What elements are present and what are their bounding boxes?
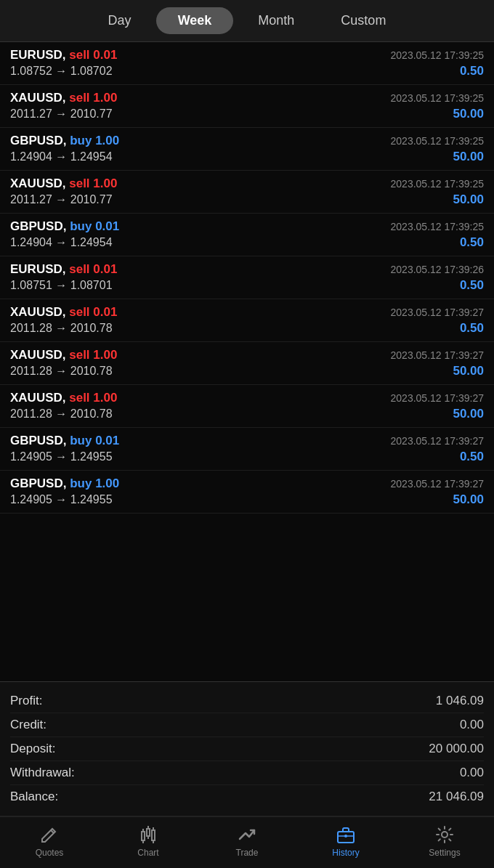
trade-symbol: XAUUSD, sell 1.00 (10, 391, 117, 405)
balance-label: Balance: (10, 790, 58, 804)
trade-datetime: 2023.05.12 17:39:25 (391, 221, 484, 232)
trade-row-bottom: 1.24905 → 1.249550.50 (10, 450, 484, 464)
history-icon (336, 824, 356, 845)
trade-action: sell 0.01 (69, 262, 117, 276)
nav-label: Chart (137, 848, 158, 858)
trade-price: 2011.27 → 2010.77 (10, 193, 113, 206)
nav-item-trade[interactable]: Trade (225, 824, 269, 858)
trade-entry: XAUUSD, sell 0.012023.05.12 17:39:272011… (0, 299, 494, 342)
trade-row-top: XAUUSD, sell 1.002023.05.12 17:39:27 (10, 391, 484, 405)
trade-row-bottom: 2011.27 → 2010.7750.00 (10, 192, 484, 207)
trade-entry: EURUSD, sell 0.012023.05.12 17:39:261.08… (0, 256, 494, 299)
trade-price: 1.08751 → 1.08701 (10, 279, 113, 292)
trade-action: buy 0.01 (70, 219, 119, 233)
withdrawal-value: 0.00 (460, 766, 484, 780)
trade-row-bottom: 2011.28 → 2010.780.50 (10, 321, 484, 336)
trade-price: 2011.27 → 2010.77 (10, 108, 113, 121)
tab-custom[interactable]: Custom (319, 7, 408, 34)
trade-action: sell 1.00 (69, 91, 117, 105)
svg-rect-6 (152, 830, 155, 840)
svg-point-10 (344, 835, 347, 837)
trade-datetime: 2023.05.12 17:39:25 (391, 92, 484, 104)
trade-datetime: 2023.05.12 17:39:27 (391, 307, 484, 318)
trade-profit: 50.00 (453, 364, 484, 378)
trade-row-top: GBPUSD, buy 1.002023.05.12 17:39:27 (10, 476, 484, 491)
svg-rect-0 (142, 832, 145, 840)
trade-row-top: XAUUSD, sell 1.002023.05.12 17:39:25 (10, 91, 484, 105)
trade-symbol: GBPUSD, buy 0.01 (10, 219, 119, 234)
trade-row-bottom: 2011.27 → 2010.7750.00 (10, 107, 484, 121)
trade-action: sell 1.00 (69, 348, 117, 362)
trade-row-bottom: 2011.28 → 2010.7850.00 (10, 407, 484, 421)
trade-list: EURUSD, sell 0.012023.05.12 17:39:251.08… (0, 42, 494, 681)
trade-row-top: XAUUSD, sell 1.002023.05.12 17:39:25 (10, 177, 484, 191)
trade-symbol: XAUUSD, sell 1.00 (10, 348, 117, 362)
trade-row-top: EURUSD, sell 0.012023.05.12 17:39:25 (10, 48, 484, 62)
trade-row-top: EURUSD, sell 0.012023.05.12 17:39:26 (10, 262, 484, 277)
profit-value: 1 046.09 (436, 694, 484, 708)
tab-bar: DayWeekMonthCustom (0, 0, 494, 42)
nav-item-settings[interactable]: Settings (423, 824, 466, 858)
trade-price: 1.24905 → 1.24955 (10, 493, 113, 506)
trade-price: 1.08752 → 1.08702 (10, 65, 113, 78)
trade-row-top: GBPUSD, buy 0.012023.05.12 17:39:25 (10, 219, 484, 234)
withdrawal-label: Withdrawal: (10, 766, 75, 780)
trade-datetime: 2023.05.12 17:39:27 (391, 478, 484, 490)
svg-rect-3 (147, 829, 150, 836)
nav-label: Quotes (36, 848, 64, 858)
trade-price: 1.24904 → 1.24954 (10, 236, 113, 249)
summary-section: Profit: 1 046.09 Credit: 0.00 Deposit: 2… (0, 681, 494, 816)
summary-balance-row: Balance: 21 046.09 (10, 785, 484, 808)
trade-profit: 0.50 (460, 450, 484, 464)
trade-action: buy 1.00 (70, 476, 119, 490)
trade-entry: GBPUSD, buy 0.012023.05.12 17:39:251.249… (0, 214, 494, 256)
trade-price: 2011.28 → 2010.78 (10, 407, 113, 421)
trade-datetime: 2023.05.12 17:39:25 (391, 135, 484, 147)
trade-profit: 0.50 (460, 235, 484, 250)
tab-day[interactable]: Day (86, 7, 153, 34)
profit-label: Profit: (10, 694, 42, 708)
nav-item-chart[interactable]: Chart (126, 824, 170, 858)
trade-symbol: XAUUSD, sell 1.00 (10, 91, 117, 105)
trade-entry: GBPUSD, buy 1.002023.05.12 17:39:271.249… (0, 471, 494, 514)
trade-datetime: 2023.05.12 17:39:27 (391, 435, 484, 447)
bottom-nav: Quotes Chart Trade History Settings (0, 816, 494, 868)
trade-row-bottom: 1.08751 → 1.087010.50 (10, 278, 484, 293)
deposit-label: Deposit: (10, 742, 55, 756)
balance-value: 21 046.09 (429, 790, 484, 804)
trade-profit: 0.50 (460, 278, 484, 293)
trade-entry: XAUUSD, sell 1.002023.05.12 17:39:252011… (0, 171, 494, 214)
credit-value: 0.00 (460, 718, 484, 732)
trade-row-top: GBPUSD, buy 0.012023.05.12 17:39:27 (10, 434, 484, 448)
summary-withdrawal-row: Withdrawal: 0.00 (10, 761, 484, 785)
trade-icon (237, 824, 257, 845)
trade-row-bottom: 1.24904 → 1.249540.50 (10, 235, 484, 250)
trade-action: buy 0.01 (70, 434, 119, 447)
trade-entry: GBPUSD, buy 0.012023.05.12 17:39:271.249… (0, 428, 494, 471)
trade-entry: XAUUSD, sell 1.002023.05.12 17:39:272011… (0, 385, 494, 428)
trade-symbol: XAUUSD, sell 0.01 (10, 305, 117, 320)
trade-symbol: EURUSD, sell 0.01 (10, 48, 117, 62)
trade-price: 1.24905 → 1.24955 (10, 450, 113, 463)
trade-row-top: XAUUSD, sell 0.012023.05.12 17:39:27 (10, 305, 484, 320)
trade-price: 2011.28 → 2010.78 (10, 322, 113, 335)
trade-profit: 0.50 (460, 321, 484, 336)
nav-item-history[interactable]: History (324, 824, 368, 858)
tab-week[interactable]: Week (156, 7, 234, 34)
trade-entry: GBPUSD, buy 1.002023.05.12 17:39:251.249… (0, 128, 494, 171)
trade-datetime: 2023.05.12 17:39:26 (391, 264, 484, 275)
trade-datetime: 2023.05.12 17:39:27 (391, 392, 484, 404)
nav-label: Trade (236, 848, 259, 858)
nav-label: Settings (429, 848, 460, 858)
nav-label: History (332, 848, 359, 858)
trade-profit: 0.50 (460, 64, 484, 78)
trade-symbol: XAUUSD, sell 1.00 (10, 177, 117, 191)
trade-action: sell 0.01 (69, 305, 117, 319)
trade-profit: 50.00 (453, 192, 484, 207)
trade-entry: XAUUSD, sell 1.002023.05.12 17:39:272011… (0, 342, 494, 385)
tab-month[interactable]: Month (236, 7, 316, 34)
summary-credit-row: Credit: 0.00 (10, 713, 484, 737)
nav-item-quotes[interactable]: Quotes (28, 824, 71, 858)
trade-profit: 50.00 (453, 407, 484, 421)
trade-row-bottom: 2011.28 → 2010.7850.00 (10, 364, 484, 378)
